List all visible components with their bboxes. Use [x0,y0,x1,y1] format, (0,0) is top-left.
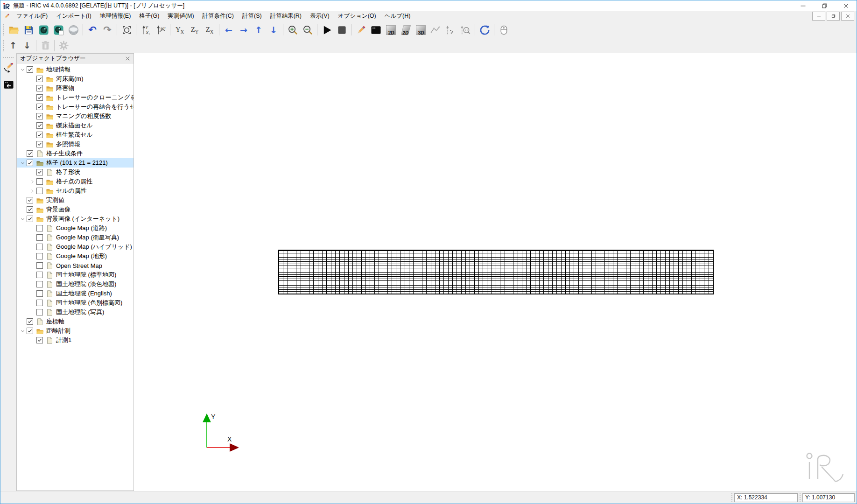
tree-item-checkbox[interactable] [36,113,43,119]
tree-item[interactable]: 実測値 [17,196,133,205]
run-solver-button[interactable] [320,23,334,37]
tree-item[interactable]: 河床高(m) [17,74,133,84]
menu-option[interactable]: オプション(O) [334,11,380,21]
tree-item-label[interactable]: 国土地理院 (色別標高図) [56,299,122,307]
move-down-button[interactable]: ↓ [21,40,34,52]
tree-item-checkbox[interactable] [36,141,43,147]
scatter-window-button[interactable] [443,23,457,37]
tree-item-label[interactable]: 格子 (101 x 21 = 2121) [46,159,108,167]
tree-item[interactable]: トレーサーのクローニングを行うセル [17,93,133,102]
tree-item-label[interactable]: 国土地理院 (写真) [56,308,104,316]
menu-geographic-data[interactable]: 地理情報(E) [96,11,135,21]
view-yz-plane-button[interactable]: ZY [188,23,202,37]
mdi-minimize-button[interactable] [812,12,825,21]
tree-item-label[interactable]: 格子形状 [56,168,80,176]
rotate-90-button[interactable]: 90° [154,23,168,37]
zoom-out-button[interactable] [301,23,315,37]
compare-window-button[interactable] [458,23,472,37]
tree-item-label[interactable]: 距離計測 [46,327,70,335]
menu-help[interactable]: ヘルプ(H) [380,11,415,21]
expander-open-icon[interactable] [19,329,27,334]
tree-item-label[interactable]: セルの属性 [56,187,87,195]
tree-item[interactable]: 格子 (101 x 21 = 2121) [17,158,133,168]
expander-closed-icon[interactable] [28,179,36,184]
view-xz-plane-button[interactable]: ZX [203,23,217,37]
tree-item-label[interactable]: 国土地理院 (淡色地図) [56,280,116,288]
tree-item-label[interactable]: トレーサーのクローニングを行うセル [56,93,133,102]
menu-measured-values[interactable]: 実測値(M) [163,11,198,21]
tree-item-checkbox[interactable] [27,150,33,157]
tree-item-label[interactable]: 国土地理院 (標準地図) [56,271,116,279]
toolbar2-drag-handle[interactable] [3,40,4,51]
tree-item-checkbox[interactable] [36,281,43,287]
tree-item[interactable]: Google Map (ハイブリッド) [17,242,133,252]
tree-item-checkbox[interactable] [36,169,43,175]
toolbar-drag-handle[interactable] [3,24,4,35]
save-project-button[interactable] [21,23,35,37]
tree-item-checkbox[interactable] [36,309,43,315]
tree-item-label[interactable]: Google Map (衛星写真) [56,233,119,242]
tree-item[interactable]: Google Map (道路) [17,224,133,233]
menu-file[interactable]: ファイル(F) [12,11,52,21]
graph-window-button[interactable] [428,23,443,37]
edit-attribute-mode-button[interactable] [2,62,14,74]
tree-item-checkbox[interactable] [36,104,43,110]
fit-view-button[interactable] [119,23,133,37]
mdi-restore-button[interactable] [827,12,840,21]
tree-item[interactable]: トレーサーの再結合を行うセル [17,102,133,112]
reset-rotation-button[interactable]: YX [139,23,153,37]
pan-left-button[interactable]: ← [222,23,236,37]
tree-item[interactable]: 地理情報 [17,65,133,74]
tree-item[interactable]: 国土地理院 (標準地図) [17,270,133,280]
tree-item-checkbox[interactable] [27,206,33,213]
view-2d-button[interactable]: 2D [384,23,398,37]
tree-item-checkbox[interactable] [36,132,43,138]
mouse-hint-button[interactable] [497,23,511,37]
pan-up-button[interactable]: ↑ [252,23,266,37]
tree-item-label[interactable]: 格子点の属性 [56,177,92,186]
tree-item-label[interactable]: 障害物 [56,84,74,92]
tree-item[interactable]: 背景画像 (インターネット) [17,214,133,224]
tree-item[interactable]: 国土地理院 (色別標高図) [17,298,133,308]
tree-item[interactable]: 計測1 [17,336,133,345]
tree-item-checkbox[interactable] [27,328,33,334]
minimize-button[interactable] [792,0,814,11]
tree-item-checkbox[interactable] [36,178,43,185]
tree-item-label[interactable]: 国土地理院 (English) [56,289,112,298]
menu-grid[interactable]: 格子(G) [135,11,163,21]
tree-item-checkbox[interactable] [27,66,33,73]
tree-item-checkbox[interactable] [36,76,43,82]
tree-item[interactable]: 礫床描画セル [17,121,133,130]
tree-item-label[interactable]: 礫床描画セル [56,121,93,130]
stop-solver-button[interactable] [335,23,349,37]
zoom-in-button[interactable] [286,23,300,37]
tree-item-label[interactable]: マニングの粗度係数 [56,112,112,120]
tree-item-label[interactable]: 実測値 [46,196,64,204]
tree-item-label[interactable]: Google Map (ハイブリッド) [56,243,132,251]
tree-item-label[interactable]: 背景画像 [46,205,70,214]
tree-item-checkbox[interactable] [36,272,43,278]
reload-result-button[interactable] [478,23,492,37]
tree-item[interactable]: 背景画像 [17,205,133,214]
tree-item[interactable]: 座標軸 [17,317,133,326]
tree-item-checkbox[interactable] [27,160,33,166]
tree-item-label[interactable]: 座標軸 [46,317,64,326]
close-button[interactable] [835,0,857,11]
tree-item[interactable]: 参照情報 [17,140,133,149]
move-up-button[interactable]: ↑ [7,40,20,52]
menu-import[interactable]: インポート(I) [52,11,95,21]
open-project-button[interactable] [7,23,21,37]
google-earth-export-button[interactable] [66,23,80,37]
tree-item[interactable]: 格子点の属性 [17,177,133,186]
tree-item-checkbox[interactable] [27,318,33,325]
tree-item[interactable]: 国土地理院 (淡色地図) [17,280,133,289]
menu-simulation[interactable]: 計算(S) [238,11,266,21]
tree-item-checkbox[interactable] [36,290,43,297]
expander-open-icon[interactable] [19,161,27,166]
tree-item-checkbox[interactable] [36,94,43,101]
menu-view[interactable]: 表示(V) [306,11,334,21]
tree-item[interactable]: 国土地理院 (写真) [17,308,133,317]
tree-item-label[interactable]: 背景画像 (インターネット) [46,215,119,223]
tree-item-checkbox[interactable] [36,234,43,241]
attribute-edit-button[interactable] [354,23,368,37]
